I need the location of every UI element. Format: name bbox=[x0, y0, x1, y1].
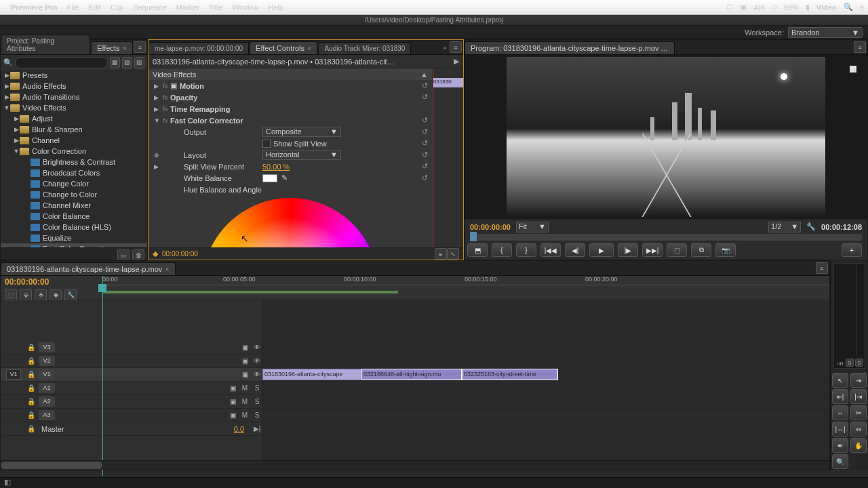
track-header[interactable]: 🔒V2▣👁 bbox=[1, 354, 262, 368]
sync-lock-icon[interactable]: ▣ bbox=[228, 398, 237, 405]
panel-menu-icon[interactable]: ≡ bbox=[450, 41, 462, 53]
track-header[interactable]: 🔒A2▣MS bbox=[1, 395, 262, 409]
snap-icon[interactable]: ⬙ bbox=[20, 289, 32, 301]
menu-title[interactable]: Title bbox=[209, 3, 222, 12]
adobe-icon[interactable]: A|6 bbox=[753, 3, 764, 12]
track-label[interactable]: V3 bbox=[39, 342, 55, 352]
mark-clip-out-button[interactable]: } bbox=[516, 243, 536, 257]
extract-button[interactable]: ⧉ bbox=[691, 243, 711, 257]
step-forward-button[interactable]: |▶ bbox=[618, 243, 638, 257]
fx-preset-32-icon[interactable]: ▦ bbox=[110, 57, 120, 68]
ec-zoom-in-icon[interactable]: ⤡ bbox=[447, 248, 459, 260]
panel-menu-icon[interactable]: ≡ bbox=[134, 41, 146, 53]
pen-tool[interactable]: ✒ bbox=[832, 438, 848, 453]
lift-button[interactable]: ⬚ bbox=[667, 243, 687, 257]
lock-icon[interactable]: 🔒 bbox=[26, 371, 36, 378]
tree-folder[interactable]: ▼Color Correction bbox=[1, 146, 147, 157]
tree-folder[interactable]: ▶Channel bbox=[1, 135, 147, 146]
razor-tool[interactable]: ✂ bbox=[850, 405, 867, 420]
track-content[interactable]: 031830196-atlanta-cityscape032186648-atl… bbox=[262, 300, 829, 460]
close-icon[interactable]: × bbox=[307, 44, 311, 52]
track-label[interactable]: V2 bbox=[39, 356, 55, 366]
eye-icon[interactable]: 👁 bbox=[252, 371, 262, 378]
playhead-icon[interactable] bbox=[470, 232, 477, 241]
tree-effect[interactable]: Change Color bbox=[1, 178, 147, 189]
work-area[interactable] bbox=[102, 291, 398, 293]
tab-project[interactable]: Project: Pasting Attributes bbox=[1, 35, 90, 54]
source-patch[interactable]: V1 bbox=[6, 369, 21, 380]
timeline-timecode[interactable]: 00:00:00:00 bbox=[5, 277, 98, 287]
tree-effect[interactable]: Channel Mixer bbox=[1, 200, 147, 211]
mute-button[interactable]: M bbox=[240, 411, 250, 419]
effects-tree[interactable]: ▶Presets▶Audio Effects▶Audio Transitions… bbox=[1, 70, 147, 247]
menu-marker[interactable]: Marker bbox=[176, 3, 199, 12]
playhead-icon[interactable] bbox=[98, 284, 106, 292]
go-to-out-button[interactable]: ▶▶| bbox=[642, 243, 663, 257]
reset-icon[interactable]: ↺ bbox=[422, 139, 428, 148]
split-view-checkbox[interactable] bbox=[262, 140, 271, 148]
linked-selection-icon[interactable]: ⬘ bbox=[35, 289, 47, 301]
tab-program[interactable]: Program: 031830196-atlanta-cityscape-tim… bbox=[465, 41, 675, 54]
tree-folder[interactable]: ▶Audio Transitions bbox=[1, 92, 147, 102]
hue-color-wheel[interactable]: ↖ bbox=[149, 195, 432, 247]
lock-icon[interactable]: 🔒 bbox=[26, 411, 36, 419]
chevron-right-icon[interactable]: ▶ bbox=[454, 57, 459, 66]
effect-fast-color-corrector[interactable]: ▼fxFast Color Corrector↺ bbox=[149, 115, 432, 126]
settings-icon[interactable]: 🔧 bbox=[806, 222, 816, 231]
section-toggle-icon[interactable]: ▲ bbox=[420, 70, 428, 79]
lock-icon[interactable]: 🔒 bbox=[26, 398, 36, 405]
dropbox-icon[interactable]: ⬡ bbox=[726, 3, 733, 12]
input-label[interactable]: Video bbox=[816, 3, 837, 12]
master-value[interactable]: 0.0 bbox=[234, 425, 244, 433]
reset-icon[interactable]: ↺ bbox=[422, 93, 428, 102]
white-balance-swatch[interactable] bbox=[262, 174, 277, 182]
lock-icon[interactable]: 🔒 bbox=[26, 384, 36, 392]
marker-icon[interactable]: ◆ bbox=[50, 289, 62, 301]
reset-icon[interactable]: ↺ bbox=[422, 81, 428, 90]
export-frame-button[interactable]: 📷 bbox=[715, 243, 736, 257]
reset-icon[interactable]: ↺ bbox=[422, 174, 428, 182]
reset-icon[interactable]: ↺ bbox=[422, 127, 428, 136]
panel-menu-icon[interactable]: ≡ bbox=[816, 262, 828, 274]
tree-folder[interactable]: ▶Audio Effects bbox=[1, 81, 147, 92]
tab-sequence[interactable]: 031830196-atlanta-cityscape-time-lapse-p… bbox=[1, 262, 176, 275]
track-label[interactable]: V1 bbox=[39, 369, 55, 380]
effect-motion[interactable]: ▶fx▣Motion↺ bbox=[149, 80, 432, 92]
effect-controls-timeline[interactable]: :00:00 031830 bbox=[432, 68, 463, 247]
panel-menu-icon[interactable]: ≡ bbox=[854, 41, 866, 53]
battery-pct[interactable]: 99% bbox=[784, 3, 799, 12]
menubar-cc-icon[interactable]: ▣ bbox=[740, 3, 747, 12]
tree-effect[interactable]: Equalize bbox=[1, 232, 147, 243]
tree-effect[interactable]: Color Balance bbox=[1, 211, 147, 222]
tab-audio-mixer[interactable]: Audio Track Mixer: 031830 bbox=[318, 42, 411, 54]
app-name[interactable]: Premiere Pro bbox=[11, 3, 57, 12]
reset-icon[interactable]: ↺ bbox=[422, 162, 428, 171]
ripple-edit-tool[interactable]: ⇤| bbox=[832, 389, 848, 404]
fx-preset-accel-icon[interactable]: ▨ bbox=[134, 57, 144, 68]
tree-effect[interactable]: Broadcast Colors bbox=[1, 167, 147, 178]
reset-icon[interactable]: ↺ bbox=[422, 116, 428, 125]
tree-folder[interactable]: ▼Video Effects bbox=[1, 102, 147, 113]
track-header[interactable]: 🔒V3▣👁 bbox=[1, 341, 262, 354]
expand-icon[interactable]: ▶| bbox=[252, 425, 262, 432]
tree-effect[interactable]: Color Balance (HLS) bbox=[1, 222, 147, 232]
slide-tool[interactable]: ⇔ bbox=[850, 422, 867, 436]
tree-folder[interactable]: ▶Adjust bbox=[1, 113, 147, 124]
battery-icon[interactable]: ▮ bbox=[806, 3, 810, 12]
tree-folder[interactable]: ▶Blur & Sharpen bbox=[1, 124, 147, 135]
track-select-tool[interactable]: ⇥ bbox=[850, 373, 867, 388]
timeline-zoom-scroll[interactable] bbox=[1, 460, 829, 470]
track-lane[interactable] bbox=[262, 382, 829, 395]
eye-icon[interactable]: 👁 bbox=[252, 357, 262, 365]
hand-tool[interactable]: ✋ bbox=[850, 438, 867, 453]
settings-icon[interactable]: 🔧 bbox=[64, 289, 77, 301]
mute-button[interactable]: M bbox=[240, 398, 250, 405]
close-icon[interactable]: × bbox=[165, 265, 169, 273]
resolution-dropdown[interactable]: 1/2▼ bbox=[768, 222, 801, 232]
close-icon[interactable]: × bbox=[673, 44, 675, 52]
eyedropper-icon[interactable]: ✎ bbox=[281, 174, 288, 182]
track-label[interactable]: A1 bbox=[39, 383, 55, 393]
program-viewer[interactable] bbox=[465, 55, 867, 219]
workspace-dropdown[interactable]: Brandon▼ bbox=[788, 27, 863, 38]
sync-lock-icon[interactable]: ▣ bbox=[240, 371, 250, 378]
